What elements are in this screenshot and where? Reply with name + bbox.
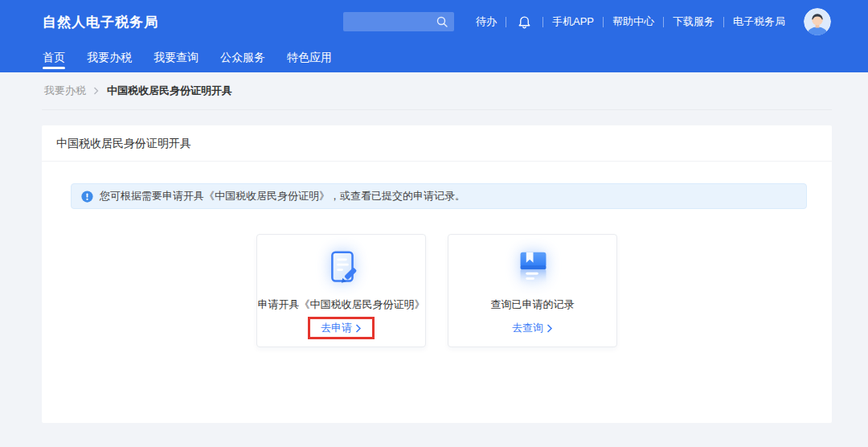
header-top-row: 自然人电子税务局 待办 [0,0,868,43]
main-nav: 首页 我要办税 我要查询 公众服务 特色应用 [0,43,868,72]
nav-tab-query[interactable]: 我要查询 [154,43,199,72]
info-icon [81,191,93,203]
nav-tab-label: 首页 [43,51,65,65]
query-card[interactable]: 查询已申请的记录 去查询 [448,234,617,347]
notifications-bell-icon[interactable] [506,14,542,30]
go-query-link-label: 去查询 [512,321,543,335]
chevron-right-icon [547,324,553,333]
nav-tab-label: 公众服务 [220,51,265,65]
info-banner-text: 您可根据需要申请开具《中国税收居民身份证明》，或查看已提交的申请记录。 [100,189,465,203]
help-center-link[interactable]: 帮助中心 [604,14,663,29]
action-cards: 申请开具《中国税收居民身份证明》 去申请 [42,234,832,347]
search-icon[interactable] [436,15,448,28]
app-title: 自然人电子税务局 [43,13,158,31]
query-card-label: 查询已申请的记录 [491,297,575,312]
nav-tab-label: 特色应用 [287,51,332,65]
main-panel: 中国税收居民身份证明开具 您可根据需要申请开具《中国税收居民身份证明》，或查看已… [42,125,832,423]
go-apply-link-label: 去申请 [321,321,352,335]
chevron-right-icon [93,87,100,95]
app-header: 自然人电子税务局 待办 [0,0,868,72]
info-banner: 您可根据需要申请开具《中国税收居民身份证明》，或查看已提交的申请记录。 [71,183,807,209]
nav-tab-handle-tax[interactable]: 我要办税 [87,43,132,72]
search-box[interactable] [343,12,454,31]
breadcrumb: 我要办税 中国税收居民身份证明开具 [42,72,832,110]
search-input[interactable] [349,16,436,27]
go-query-link[interactable]: 去查询 [512,321,553,335]
apply-card-label: 申请开具《中国税收居民身份证明》 [258,297,425,312]
nav-tab-label: 我要办税 [87,51,132,65]
nav-tab-featured-apps[interactable]: 特色应用 [287,43,332,72]
page: 自然人电子税务局 待办 [0,0,868,423]
download-service-link[interactable]: 下载服务 [664,14,723,29]
user-avatar[interactable] [804,8,831,35]
mobile-app-link[interactable]: 手机APP [543,14,603,29]
page-title: 中国税收居民身份证明开具 [42,125,832,162]
etax-bureau-link[interactable]: 电子税务局 [724,14,794,29]
record-book-icon [510,244,556,293]
go-apply-link[interactable]: 去申请 [308,317,375,339]
todo-link[interactable]: 待办 [467,14,506,29]
nav-tab-label: 我要查询 [154,51,199,65]
active-tab-underline [43,67,65,69]
nav-tab-home[interactable]: 首页 [43,43,65,72]
apply-card[interactable]: 申请开具《中国税收居民身份证明》 去申请 [256,234,426,347]
chevron-right-icon [355,324,362,333]
breadcrumb-current: 中国税收居民身份证明开具 [107,84,232,98]
header-right-links: 待办 手机APP 帮助中心 下载服务 电子税务局 [343,8,831,35]
document-pencil-icon [318,244,365,293]
breadcrumb-parent[interactable]: 我要办税 [44,84,86,98]
nav-tab-public-service[interactable]: 公众服务 [220,43,265,72]
